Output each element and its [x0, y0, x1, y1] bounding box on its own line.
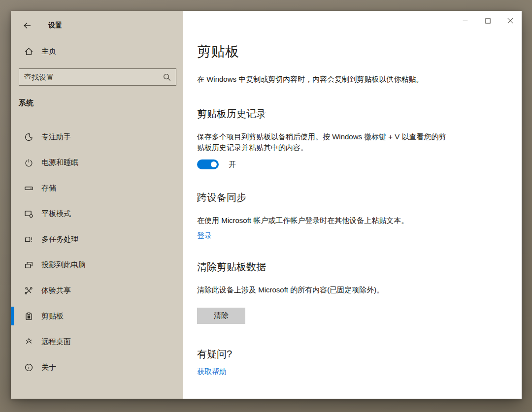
section-title-clipboard-history: 剪贴板历史记录 — [197, 107, 502, 121]
multitask-icon — [24, 234, 33, 244]
sidebar-titlebar: 设置 — [11, 11, 183, 40]
page-intro: 在 Windows 中复制或剪切内容时，内容会复制到剪贴板以供你粘贴。 — [197, 74, 453, 85]
sidebar-item-label: 平板模式 — [41, 209, 71, 219]
sidebar-item-label: 多任务处理 — [41, 235, 78, 244]
drive-icon — [24, 183, 33, 193]
sidebar-item-remote-desktop[interactable]: 远程桌面 — [11, 329, 183, 354]
sidebar-item-label: 主页 — [41, 47, 56, 56]
main-content: 剪贴板 在 Windows 中复制或剪切内容时，内容会复制到剪贴板以供你粘贴。 … — [183, 11, 522, 399]
window-controls — [454, 11, 522, 31]
sidebar-item-focus-assist[interactable]: 专注助手 — [11, 124, 183, 150]
clipboard-history-toggle-row: 开 — [197, 159, 502, 169]
sidebar-item-label: 存储 — [41, 184, 56, 193]
maximize-button[interactable] — [476, 11, 499, 31]
sidebar-item-label: 关于 — [41, 363, 56, 372]
close-icon — [507, 18, 513, 24]
sidebar-item-label: 投影到此电脑 — [41, 260, 86, 270]
sign-in-link[interactable]: 登录 — [197, 231, 212, 241]
sidebar-item-label: 剪贴板 — [41, 312, 64, 321]
clipboard-history-description: 保存多个项目到剪贴板以备稍后使用。按 Windows 徽标键 + V 以查看您的… — [197, 131, 453, 153]
sidebar-item-storage[interactable]: 存储 — [11, 175, 183, 201]
maximize-icon — [485, 18, 491, 24]
section-title-help: 有疑问? — [197, 348, 502, 361]
sidebar-item-power-sleep[interactable]: 电源和睡眠 — [11, 150, 183, 175]
sidebar-item-label: 专注助手 — [41, 132, 71, 142]
toggle-state-label: 开 — [229, 160, 236, 169]
search-input[interactable] — [19, 69, 176, 85]
close-button[interactable] — [499, 11, 522, 31]
back-button[interactable] — [20, 18, 34, 33]
search-icon[interactable] — [163, 73, 171, 82]
sync-description: 在使用 Microsoft 帐户或工作帐户登录时在其他设备上粘贴文本。 — [197, 215, 453, 226]
tablet-icon — [24, 209, 33, 219]
search-box — [19, 68, 176, 86]
info-icon — [24, 362, 33, 372]
sidebar-item-home[interactable]: 主页 — [11, 40, 183, 62]
sidebar-item-projecting[interactable]: 投影到此电脑 — [11, 252, 183, 278]
clear-description: 清除此设备上涉及 Microsoft 的所有内容(已固定项除外)。 — [197, 285, 453, 295]
arrow-left-icon — [22, 21, 32, 31]
sidebar-item-shared-experiences[interactable]: 体验共享 — [11, 278, 183, 303]
sidebar: 设置 主页 系统 专注助手 — [11, 11, 183, 399]
sidebar-section-header: 系统 — [11, 98, 183, 108]
toggle-knob — [211, 161, 217, 167]
clear-button[interactable]: 清除 — [197, 308, 245, 324]
home-icon — [24, 46, 33, 56]
clipboard-icon — [24, 311, 33, 321]
project-icon — [24, 260, 33, 270]
sidebar-item-label: 电源和睡眠 — [41, 158, 78, 167]
sidebar-item-multitasking[interactable]: 多任务处理 — [11, 226, 183, 252]
settings-window: 设置 主页 系统 专注助手 — [11, 11, 522, 399]
clipboard-history-toggle[interactable] — [197, 159, 219, 169]
page-title: 剪贴板 — [197, 42, 502, 61]
section-title-clear: 清除剪贴板数据 — [197, 260, 502, 274]
get-help-link[interactable]: 获取帮助 — [197, 367, 227, 377]
app-title: 设置 — [48, 21, 62, 30]
sidebar-item-label: 远程桌面 — [41, 337, 71, 347]
sidebar-item-label: 体验共享 — [41, 286, 71, 295]
moon-icon — [24, 132, 33, 142]
sidebar-nav: 专注助手 电源和睡眠 存储 平板模式 — [11, 124, 183, 380]
sidebar-item-about[interactable]: 关于 — [11, 354, 183, 380]
share-icon — [24, 285, 33, 295]
sidebar-item-clipboard[interactable]: 剪贴板 — [11, 303, 183, 329]
power-icon — [24, 158, 33, 167]
remote-desktop-icon — [24, 337, 33, 347]
section-title-sync: 跨设备同步 — [197, 191, 502, 204]
sidebar-item-tablet-mode[interactable]: 平板模式 — [11, 201, 183, 226]
minimize-icon — [463, 18, 468, 24]
minimize-button[interactable] — [454, 11, 476, 31]
